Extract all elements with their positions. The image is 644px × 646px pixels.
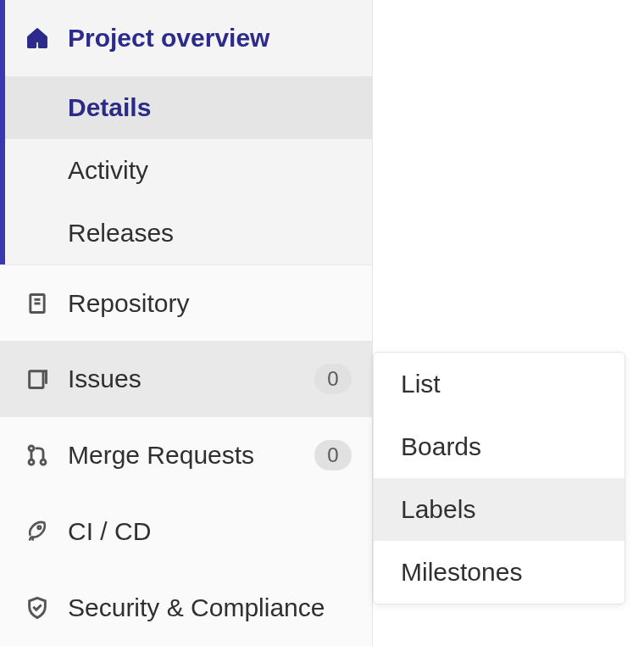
file-icon [25,292,49,315]
issues-flyout-menu: List Boards Labels Milestones [373,352,625,604]
rocket-icon [25,520,49,543]
sidebar-item-cicd[interactable]: CI / CD [0,493,372,570]
sidebar-item-security[interactable]: Security & Compliance [0,570,372,646]
svg-point-8 [38,526,42,530]
sub-item-label: Activity [68,156,148,185]
flyout-item-boards[interactable]: Boards [374,415,625,478]
sidebar-item-repository[interactable]: Repository [0,265,372,341]
issues-count-badge: 0 [314,364,352,394]
flyout-item-label: Labels [401,495,475,524]
merge-request-icon [25,443,49,467]
sidebar-item-label: CI / CD [68,517,352,546]
sub-item-activity[interactable]: Activity [0,139,372,202]
sidebar-item-label: Repository [68,289,352,318]
svg-point-4 [29,446,34,451]
sub-item-releases[interactable]: Releases [0,202,372,265]
sidebar: Project overview Details Activity Releas… [0,0,373,646]
flyout-item-label: Milestones [401,558,522,587]
sidebar-item-label: Issues [68,365,314,393]
svg-rect-3 [30,371,43,388]
overview-sub-items: Details Activity Releases [0,76,372,265]
sidebar-item-label: Merge Requests [68,441,314,470]
flyout-item-labels[interactable]: Labels [374,478,625,541]
sidebar-item-issues[interactable]: Issues 0 [0,341,372,417]
sidebar-item-merge-requests[interactable]: Merge Requests 0 [0,417,372,493]
sidebar-item-label: Project overview [68,24,352,53]
shield-icon [25,596,49,620]
sub-item-details[interactable]: Details [0,76,372,139]
svg-point-5 [29,459,34,465]
sub-item-label: Details [68,93,151,122]
sidebar-item-label: Security & Compliance [68,593,352,622]
flyout-item-label: List [401,370,441,398]
flyout-item-milestones[interactable]: Milestones [374,541,625,604]
sidebar-item-project-overview[interactable]: Project overview [0,0,372,76]
home-icon [25,26,49,50]
flyout-item-list[interactable]: List [374,353,625,415]
svg-point-6 [41,459,46,465]
sub-item-label: Releases [68,219,174,248]
issues-icon [25,367,49,391]
merge-requests-count-badge: 0 [314,440,352,471]
flyout-item-label: Boards [401,432,481,461]
